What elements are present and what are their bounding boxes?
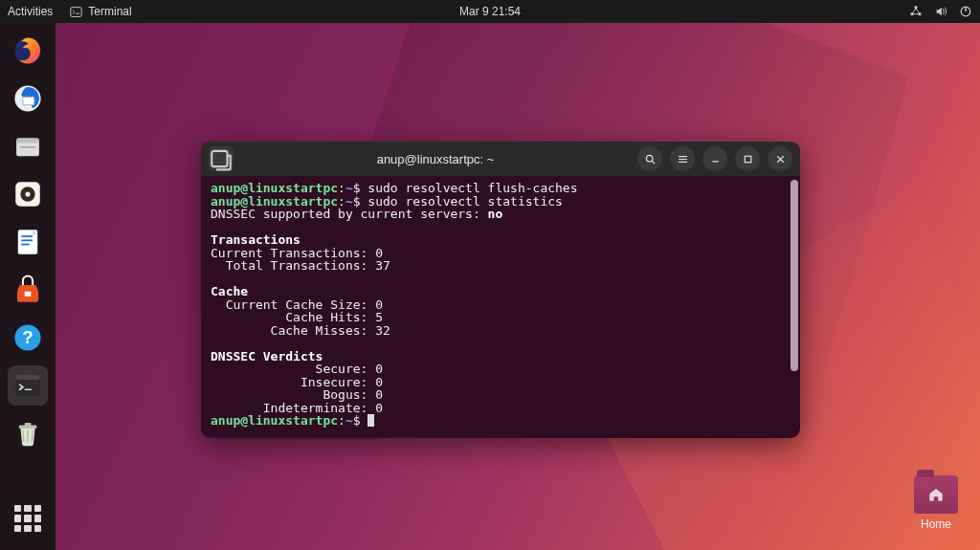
svg-rect-16 (21, 235, 33, 237)
terminal-app-icon (11, 369, 44, 402)
svg-point-14 (25, 191, 30, 196)
new-tab-icon (209, 146, 234, 171)
dock-trash[interactable] (8, 413, 48, 453)
svg-line-28 (652, 161, 655, 164)
dock-files[interactable] (8, 126, 48, 166)
volume-icon[interactable] (934, 5, 947, 18)
rhythmbox-icon (11, 178, 44, 210)
minimize-icon (709, 153, 722, 165)
home-folder-icon (914, 475, 958, 514)
dock-help[interactable]: ? (8, 318, 48, 358)
help-icon: ? (11, 321, 44, 354)
trash-icon (11, 417, 44, 450)
dock-thunderbird[interactable] (8, 78, 48, 119)
menu-button[interactable] (670, 146, 695, 171)
dock-terminal[interactable] (8, 365, 48, 406)
terminal-title: anup@linuxstartpc: ~ (239, 152, 632, 166)
terminal-window: anup@linuxstartpc: ~ anup@linuxstartpc:~… (201, 142, 800, 438)
svg-rect-18 (21, 244, 30, 246)
top-panel: Activities Terminal Mar 9 21:54 (0, 0, 980, 23)
svg-rect-19 (25, 292, 32, 297)
maximize-icon (742, 153, 754, 165)
svg-rect-17 (21, 239, 33, 241)
svg-rect-30 (745, 156, 751, 163)
svg-text:?: ? (22, 327, 33, 347)
svg-point-27 (646, 155, 653, 162)
svg-rect-0 (71, 7, 81, 16)
dock-rhythmbox[interactable] (8, 174, 48, 214)
files-icon (11, 130, 44, 163)
apps-grid-icon (14, 505, 41, 532)
dock-firefox[interactable] (8, 31, 48, 71)
clock[interactable]: Mar 9 21:54 (459, 5, 521, 18)
desktop-home-folder[interactable]: Home (909, 475, 963, 531)
svg-rect-26 (212, 151, 227, 166)
svg-point-1 (914, 6, 917, 9)
activities-button[interactable]: Activities (8, 5, 53, 18)
desktop-home-label: Home (909, 517, 963, 531)
svg-rect-11 (20, 146, 36, 148)
network-icon[interactable] (909, 5, 923, 18)
thunderbird-icon (11, 82, 44, 115)
writer-icon (11, 226, 44, 258)
active-app-indicator[interactable]: Terminal (70, 5, 131, 18)
active-app-label: Terminal (88, 5, 131, 18)
software-icon (11, 274, 44, 306)
terminal-titlebar[interactable]: anup@linuxstartpc: ~ (201, 142, 800, 176)
svg-rect-23 (15, 375, 40, 380)
search-icon (644, 153, 657, 165)
close-icon (774, 153, 787, 165)
minimize-button[interactable] (702, 146, 727, 171)
svg-rect-25 (25, 423, 32, 426)
hamburger-icon (677, 153, 689, 165)
terminal-body[interactable]: anup@linuxstartpc:~$ sudo resolvectl flu… (201, 176, 800, 438)
show-applications-button[interactable] (8, 498, 48, 539)
dock-software[interactable] (8, 270, 48, 310)
power-icon[interactable] (959, 5, 972, 18)
firefox-icon (11, 34, 44, 67)
close-button[interactable] (768, 146, 792, 171)
terminal-scrollbar[interactable] (791, 180, 798, 371)
new-tab-button[interactable] (209, 146, 234, 171)
terminal-icon (70, 6, 82, 18)
dock: ? (0, 23, 56, 550)
search-button[interactable] (637, 146, 662, 171)
dock-writer[interactable] (8, 222, 48, 262)
svg-rect-8 (23, 97, 34, 105)
maximize-button[interactable] (735, 146, 760, 171)
svg-rect-10 (16, 139, 39, 143)
